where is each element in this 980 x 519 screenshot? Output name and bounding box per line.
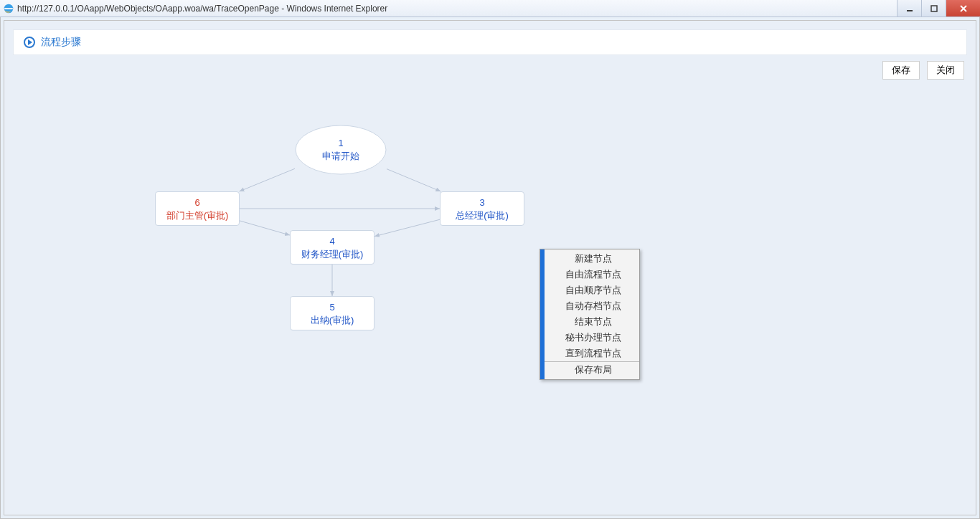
workflow-canvas[interactable]: 1申请开始6部门主管(审批)3总经理(审批)4财务经理(审批)5出纳(审批) — [4, 92, 976, 515]
svg-rect-3 — [931, 6, 937, 11]
ie-favicon — [3, 3, 14, 14]
save-button[interactable]: 保存 — [882, 61, 920, 80]
window-close-button[interactable] — [946, 0, 980, 16]
context-menu-item-4[interactable]: 结束节点 — [540, 314, 639, 330]
svg-rect-1 — [4, 8, 13, 9]
context-menu-item-1[interactable]: 自由流程节点 — [540, 267, 639, 282]
flow-node-n4[interactable]: 4财务经理(审批) — [290, 230, 374, 265]
context-menu-accent — [540, 249, 545, 379]
flow-node-n3[interactable]: 3总经理(审批) — [440, 191, 524, 226]
panel-header: 流程步骤 — [13, 29, 967, 55]
flow-node-n6[interactable]: 6部门主管(审批) — [155, 191, 240, 226]
svg-rect-2 — [907, 10, 913, 11]
context-menu-item-2[interactable]: 自由顺序节点 — [540, 282, 639, 298]
svg-line-4 — [240, 168, 295, 191]
window-titlebar: http://127.0.0.1/OAapp/WebObjects/OAapp.… — [0, 0, 980, 17]
context-menu-item-7[interactable]: 保存布局 — [540, 361, 639, 378]
svg-line-5 — [387, 169, 440, 191]
window-maximize-button[interactable] — [921, 0, 946, 16]
window-title: http://127.0.0.1/OAapp/WebObjects/OAapp.… — [17, 4, 897, 14]
context-menu[interactable]: 新建节点自由流程节点自由顺序节点自动存档节点结束节点秘书办理节点直到流程节点保存… — [540, 249, 640, 380]
close-button[interactable]: 关闭 — [927, 61, 964, 80]
flow-node-n5[interactable]: 5出纳(审批) — [290, 296, 374, 330]
context-menu-item-0[interactable]: 新建节点 — [540, 251, 639, 267]
flow-node-start[interactable]: 1申请开始 — [295, 125, 387, 175]
panel-title: 流程步骤 — [41, 36, 81, 49]
arrow-right-icon — [24, 37, 35, 48]
context-menu-item-3[interactable]: 自动存档节点 — [540, 298, 639, 314]
browser-client-area: 流程步骤 保存 关闭 1申请开始6部门主管(审批)3总经理(审批)4财务经理(审… — [0, 17, 980, 519]
context-menu-item-6[interactable]: 直到流程节点 — [540, 346, 639, 361]
svg-line-7 — [240, 221, 290, 235]
context-menu-item-5[interactable]: 秘书办理节点 — [540, 330, 639, 346]
window-minimize-button[interactable] — [897, 0, 921, 16]
svg-line-8 — [374, 219, 440, 237]
